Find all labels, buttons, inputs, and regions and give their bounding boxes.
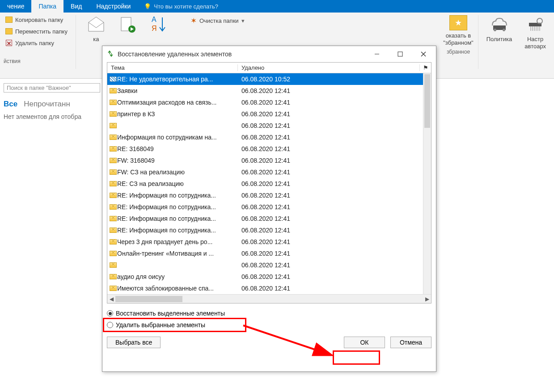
row-deleted: 06.08.2020 12:41 <box>238 215 431 222</box>
select-all-button[interactable]: Выбрать все <box>107 337 161 348</box>
move-folder-icon <box>5 28 13 35</box>
favorites-group-label: збранное <box>447 49 470 55</box>
list-item[interactable]: FW: 316804906.08.2020 12:41 <box>107 155 431 166</box>
dialog-titlebar: Восстановление удаленных элементов <box>102 46 436 62</box>
ok-button[interactable]: ОК <box>344 337 385 348</box>
mail-icon <box>107 88 117 93</box>
hscroll-left-arrow[interactable]: ◀ <box>107 296 115 302</box>
policy-label: Политика <box>486 36 512 43</box>
list-item[interactable]: принтер в КЗ06.08.2020 12:41 <box>107 108 431 120</box>
tell-me-box[interactable]: 💡 Что вы хотите сделать? <box>138 0 218 13</box>
mail-icon <box>107 262 117 268</box>
mail-icon <box>107 146 117 152</box>
vscroll-thumb[interactable] <box>424 74 430 128</box>
list-item[interactable]: Имеются заблокированные спа...06.08.2020… <box>107 282 431 294</box>
row-deleted: 06.08.2020 12:41 <box>238 122 431 129</box>
lightbulb-icon: 💡 <box>144 3 151 10</box>
open-envelope-icon <box>87 15 106 34</box>
close-button[interactable] <box>414 47 433 61</box>
radio-dot-icon <box>107 310 113 316</box>
autoarchive-group[interactable]: Настравтоарх <box>520 15 550 69</box>
list-item[interactable]: RE: Не удовлетворительная ра...06.08.202… <box>107 73 431 85</box>
delete-folder-button[interactable]: Удалить папку <box>4 38 69 47</box>
mail-icon <box>107 123 117 128</box>
copy-folder-button[interactable]: Копировать папку <box>4 15 69 24</box>
hscroll-right-arrow[interactable]: ▶ <box>423 296 431 302</box>
tab-addins[interactable]: Надстройки <box>89 0 138 13</box>
svg-point-7 <box>503 29 505 31</box>
row-deleted: 06.08.2020 12:41 <box>238 273 431 280</box>
search-input[interactable]: Поиск в папке "Важное" <box>4 83 100 93</box>
row-deleted: 06.08.2020 12:41 <box>238 110 431 118</box>
list-item[interactable]: 06.08.2020 12:41 <box>107 120 431 131</box>
list-item[interactable]: RE: Информация по сотрудника...06.08.202… <box>107 213 431 224</box>
svg-text:Я: Я <box>152 25 157 32</box>
policy-icon <box>490 15 509 34</box>
col-header-deleted[interactable]: Удалено <box>238 64 419 71</box>
rules-icon <box>118 15 137 34</box>
row-deleted: 06.08.2020 10:52 <box>238 76 431 83</box>
move-folder-button[interactable]: Переместить папку <box>4 27 69 36</box>
radio-delete-label: Удалить выбранные элементы <box>116 321 205 329</box>
list-item[interactable]: Онлайн-тренинг «Мотивация и ...06.08.202… <box>107 248 431 259</box>
row-subject: FW: СЗ на реализацию <box>117 169 238 176</box>
maximize-button[interactable] <box>390 47 410 61</box>
show-fav-label-1: оказать в <box>446 32 471 39</box>
filter-all[interactable]: Все <box>4 100 17 109</box>
radio-restore-label: Восстановить выделенные элементы <box>116 310 225 317</box>
recover-deleted-dialog: Восстановление удаленных элементов Тема … <box>102 46 436 372</box>
sort-az-icon: АЯ <box>149 15 168 34</box>
row-deleted: 06.08.2020 12:41 <box>238 227 431 234</box>
mail-icon <box>107 216 117 221</box>
recycle-icon <box>107 50 114 59</box>
chevron-down-icon: ▾ <box>241 17 245 24</box>
clean-folder-label: Очистка папки <box>199 17 239 24</box>
filter-unread[interactable]: Непрочитанн <box>24 100 70 109</box>
row-subject: Онлайн-тренинг «Мотивация и ... <box>117 250 238 257</box>
svg-text:А: А <box>152 16 156 23</box>
list-item[interactable]: RE: СЗ на реализацию06.08.2020 12:41 <box>107 178 431 190</box>
radio-delete[interactable]: Удалить выбранные элементы <box>107 321 431 329</box>
col-header-flag[interactable]: ⚑ <box>419 64 431 71</box>
row-subject: RE: СЗ на реализацию <box>117 180 238 187</box>
move-folder-label: Переместить папку <box>15 28 68 35</box>
list-item[interactable]: Информация по сотрудникам на...06.08.202… <box>107 131 431 143</box>
vertical-scrollbar[interactable] <box>423 73 431 294</box>
hscroll-thumb[interactable] <box>115 296 182 302</box>
row-subject: FW: 3168049 <box>117 157 238 164</box>
row-subject: Оптимизация расходов на связь... <box>117 99 238 106</box>
tab-folder[interactable]: Папка <box>31 0 63 13</box>
list-item[interactable]: Через 3 дня празднует день ро...06.08.20… <box>107 236 431 248</box>
list-item[interactable]: RE: Информация по сотрудника...06.08.202… <box>107 224 431 236</box>
horizontal-scrollbar[interactable]: ◀ ▶ <box>107 294 431 303</box>
list-item[interactable]: 06.08.2020 12:41 <box>107 259 431 271</box>
row-subject: RE: 3168049 <box>117 145 238 152</box>
mail-icon <box>107 204 117 210</box>
row-subject: аудио для оисуу <box>117 273 238 280</box>
list-item[interactable]: RE: Информация по сотрудника...06.08.202… <box>107 201 431 213</box>
folder-actions-group: Копировать папку Переместить папку Удали… <box>4 15 69 64</box>
row-subject: RE: Информация по сотрудника... <box>117 192 238 199</box>
list-item[interactable]: Оптимизация расходов на связь...06.08.20… <box>107 97 431 108</box>
tab-view[interactable]: Вид <box>63 0 89 13</box>
cancel-button[interactable]: Отмена <box>390 337 431 348</box>
mail-icon <box>107 100 117 105</box>
mail-icon <box>107 169 117 175</box>
col-header-theme[interactable]: Тема <box>107 64 238 71</box>
row-deleted: 06.08.2020 12:41 <box>238 250 431 257</box>
list-item[interactable]: FW: СЗ на реализацию06.08.2020 12:41 <box>107 166 431 178</box>
policy-group[interactable]: Политика <box>482 15 517 69</box>
list-item[interactable]: Заявки06.08.2020 12:41 <box>107 85 431 97</box>
list-item[interactable]: RE: Информация по сотрудника...06.08.202… <box>107 190 431 201</box>
show-favorites-group[interactable]: ★ оказать в"збранном" збранное <box>439 15 478 69</box>
copy-folder-icon <box>5 16 13 23</box>
dialog-title: Восстановление удаленных элементов <box>118 51 364 58</box>
tab-truncated-left[interactable]: чение <box>0 0 31 13</box>
mail-icon <box>107 193 117 198</box>
list-item[interactable]: RE: 316804906.08.2020 12:41 <box>107 143 431 155</box>
clean-folder-menu[interactable]: ✶ Очистка папки ▾ <box>190 15 245 26</box>
radio-restore[interactable]: Восстановить выделенные элементы <box>107 310 431 317</box>
minimize-button[interactable] <box>367 47 387 61</box>
row-subject: Заявки <box>117 87 238 94</box>
list-item[interactable]: аудио для оисуу06.08.2020 12:41 <box>107 271 431 282</box>
